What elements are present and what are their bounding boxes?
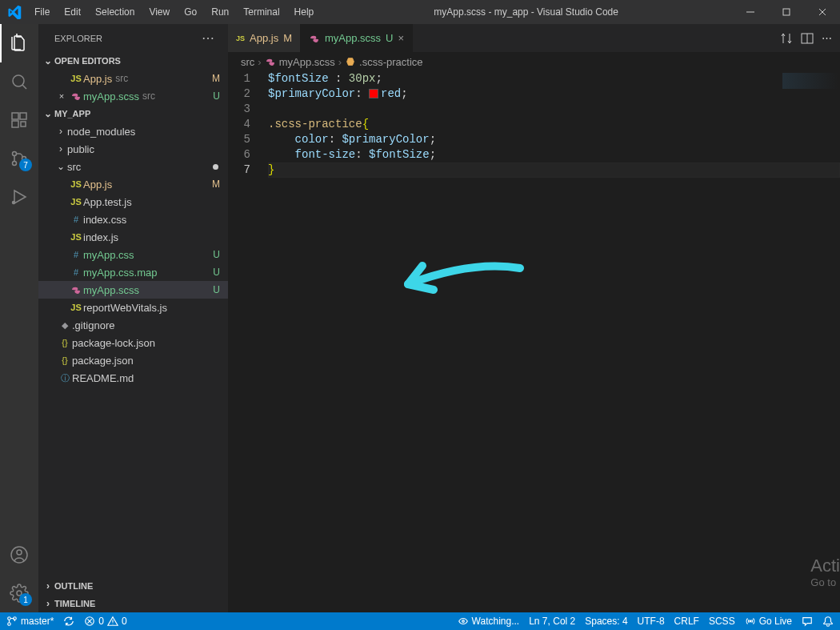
settings-gear-icon[interactable]: 1 bbox=[0, 574, 38, 612]
split-editor-icon[interactable] bbox=[801, 32, 814, 45]
status-position[interactable]: Ln 7, Col 2 bbox=[529, 616, 575, 627]
folder-item[interactable]: ›public bbox=[38, 140, 228, 158]
js-file-icon: JS bbox=[69, 74, 83, 83]
search-icon[interactable] bbox=[0, 62, 38, 101]
accounts-icon[interactable] bbox=[0, 536, 38, 574]
status-feedback-icon[interactable] bbox=[802, 616, 813, 627]
open-editors-list: JSApp.jssrcM×myApp.scsssrcU bbox=[38, 70, 228, 105]
menu-terminal[interactable]: Terminal bbox=[237, 3, 286, 21]
chevron-icon: › bbox=[54, 126, 67, 137]
file-item[interactable]: ◆.gitignore bbox=[38, 316, 228, 334]
file-name: .gitignore bbox=[72, 319, 114, 331]
file-item[interactable]: ⓘREADME.md bbox=[38, 369, 228, 387]
menu-selection[interactable]: Selection bbox=[89, 3, 141, 21]
status-spaces[interactable]: Spaces: 4 bbox=[585, 616, 627, 627]
file-item[interactable]: myApp.scssU bbox=[38, 281, 228, 299]
minimize-button[interactable] bbox=[732, 0, 768, 24]
maximize-button[interactable] bbox=[768, 0, 804, 24]
open-editors-header[interactable]: ⌄OPEN EDITORS bbox=[38, 52, 228, 70]
code-line[interactable]: } bbox=[268, 163, 840, 178]
svg-point-19 bbox=[750, 620, 751, 622]
minimap[interactable] bbox=[782, 73, 838, 89]
editor-area: JSApp.jsMmyApp.scssU× ⋯ src›myApp.scss›.… bbox=[228, 24, 840, 612]
sidebar-more-icon[interactable]: ⋯ bbox=[202, 30, 215, 46]
open-editor-item[interactable]: JSApp.jssrcM bbox=[38, 70, 228, 87]
file-item[interactable]: JSreportWebVitals.js bbox=[38, 299, 228, 316]
status-bell-icon[interactable] bbox=[822, 616, 834, 627]
editor-more-icon[interactable]: ⋯ bbox=[822, 32, 832, 44]
status-errors[interactable]: 0 0 bbox=[84, 616, 126, 627]
folder-item[interactable]: ›node_modules bbox=[38, 122, 228, 140]
menu-help[interactable]: Help bbox=[288, 3, 321, 21]
file-name: package-lock.json bbox=[72, 337, 155, 349]
open-editor-item[interactable]: ×myApp.scsssrcU bbox=[38, 87, 228, 105]
tab-close-icon[interactable]: × bbox=[398, 32, 404, 44]
file-name: package.json bbox=[72, 355, 134, 367]
code-line[interactable]: $fontSize : 30px; bbox=[268, 71, 840, 86]
menu-run[interactable]: Run bbox=[205, 3, 235, 21]
file-name: reportWebVitals.js bbox=[83, 302, 167, 314]
json-file-icon: {} bbox=[58, 338, 72, 347]
code-editor[interactable]: 1234567 $fontSize : 30px;$primaryColor: … bbox=[228, 71, 840, 612]
status-golive[interactable]: Go Live bbox=[745, 616, 792, 627]
git-status: M bbox=[212, 73, 220, 84]
folder-item[interactable]: ⌄src bbox=[38, 158, 228, 175]
file-item[interactable]: {}package-lock.json bbox=[38, 334, 228, 351]
titlebar: FileEditSelectionViewGoRunTerminalHelp m… bbox=[0, 0, 840, 24]
status-lang[interactable]: SCSS bbox=[709, 616, 735, 627]
editor-tab[interactable]: JSApp.jsM bbox=[228, 24, 301, 52]
status-watching[interactable]: Watching... bbox=[458, 616, 520, 627]
explorer-icon[interactable] bbox=[0, 24, 38, 62]
svg-rect-5 bbox=[21, 122, 26, 126]
file-item[interactable]: {}package.json bbox=[38, 351, 228, 369]
run-debug-icon[interactable] bbox=[0, 178, 38, 216]
code-line[interactable]: $primaryColor: red; bbox=[268, 86, 840, 102]
symbol-icon bbox=[345, 56, 356, 67]
file-item[interactable]: JSApp.jsM bbox=[38, 175, 228, 193]
svg-rect-2 bbox=[12, 113, 18, 119]
sidebar-title: EXPLORER ⋯ bbox=[38, 24, 228, 52]
breadcrumb-item[interactable]: src bbox=[241, 56, 254, 68]
file-name: myApp.css.map bbox=[83, 267, 157, 279]
status-encoding[interactable]: UTF-8 bbox=[638, 616, 665, 627]
js-file-icon: JS bbox=[69, 197, 83, 207]
status-sync[interactable] bbox=[63, 616, 74, 627]
sass-file-icon bbox=[69, 284, 83, 295]
breadcrumb-item[interactable]: myApp.scss bbox=[279, 56, 335, 68]
code-line[interactable]: color: $primaryColor; bbox=[268, 132, 840, 147]
code-line[interactable] bbox=[268, 102, 840, 117]
modified-dot-icon bbox=[213, 164, 218, 170]
file-item[interactable]: #myApp.cssU bbox=[38, 246, 228, 263]
chevron-icon: › bbox=[54, 143, 67, 154]
timeline-header[interactable]: ›TIMELINE bbox=[38, 595, 228, 612]
svg-point-14 bbox=[8, 617, 11, 620]
project-header[interactable]: ⌄MY_APP bbox=[38, 105, 228, 122]
svg-point-18 bbox=[462, 620, 464, 623]
outline-header[interactable]: ›OUTLINE bbox=[38, 577, 228, 595]
extensions-icon[interactable] bbox=[0, 101, 38, 139]
menu-view[interactable]: View bbox=[142, 3, 176, 21]
file-name: README.md bbox=[72, 372, 134, 384]
breadcrumb-item[interactable]: .scss-practice bbox=[359, 56, 422, 68]
code-line[interactable]: font-size: $fontSize; bbox=[268, 147, 840, 163]
svg-point-11 bbox=[17, 550, 22, 555]
menu-edit[interactable]: Edit bbox=[58, 3, 87, 21]
source-control-icon[interactable]: 7 bbox=[0, 139, 38, 178]
compare-changes-icon[interactable] bbox=[780, 32, 793, 45]
css-file-icon: # bbox=[69, 250, 83, 259]
menubar: FileEditSelectionViewGoRunTerminalHelp bbox=[28, 3, 320, 21]
menu-file[interactable]: File bbox=[28, 3, 56, 21]
file-item[interactable]: JSindex.js bbox=[38, 228, 228, 246]
file-item[interactable]: #myApp.css.mapU bbox=[38, 263, 228, 281]
file-name: myApp.scss bbox=[83, 90, 139, 102]
js-file-icon: JS bbox=[236, 34, 245, 42]
status-branch[interactable]: master* bbox=[6, 616, 54, 627]
code-line[interactable]: .scss-practice{ bbox=[268, 117, 840, 132]
breadcrumb[interactable]: src›myApp.scss›.scss-practice bbox=[228, 52, 840, 71]
close-button[interactable] bbox=[804, 0, 840, 24]
file-item[interactable]: JSApp.test.js bbox=[38, 193, 228, 211]
editor-tab[interactable]: myApp.scssU× bbox=[301, 24, 413, 52]
status-eol[interactable]: CRLF bbox=[674, 616, 699, 627]
file-item[interactable]: #index.css bbox=[38, 211, 228, 228]
menu-go[interactable]: Go bbox=[178, 3, 203, 21]
